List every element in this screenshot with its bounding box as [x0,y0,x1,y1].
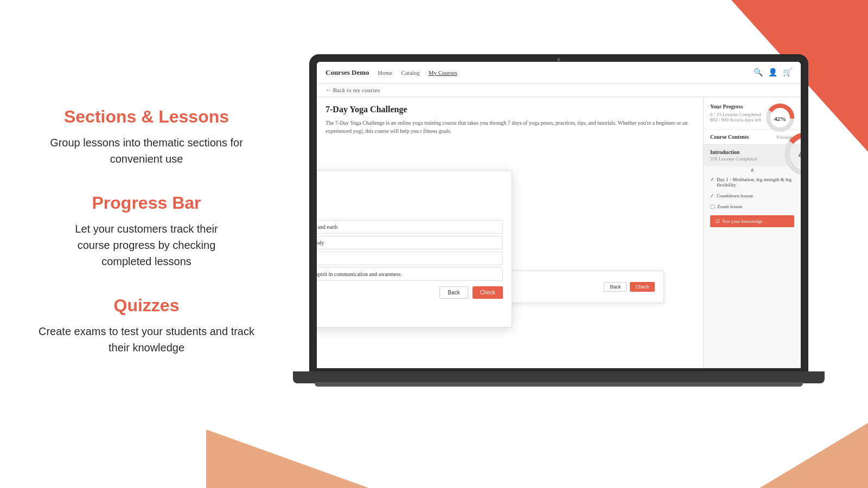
course-title: 7-Day Yoga Challenge [326,105,694,114]
option-2-text: The union mind, soul, and body [317,240,324,246]
laptop-frame: Courses Demo Home Catalog My Courses 🔍 👤… [309,54,808,374]
progress-section: Your Progress 6 / 15 Lessons Completed 8… [704,97,801,130]
user-icon[interactable]: 👤 [768,68,777,77]
lesson-1-check: ✓ [710,177,714,182]
course-main: 7-Day Yoga Challenge The 7-Day Yoga Chal… [317,97,703,368]
nav-link-mycourses[interactable]: My Courses [429,69,457,76]
quiz-behind-buttons: Back Check [604,282,655,292]
quiz-option-2[interactable]: The union mind, soul, and body [317,236,503,249]
quiz-sidebar-label: Test your knowledge [722,219,763,224]
nav-icons: 🔍 👤 🛒 [754,68,792,77]
laptop-base [293,371,825,383]
lesson-3-radio [710,204,715,209]
lesson-2-text: Countdown lesson [717,193,753,198]
quiz-action-buttons: Back Check [317,286,503,299]
progress-bar-desc: Let your customers track theircourse pro… [33,221,260,269]
browser-ui: Courses Demo Home Catalog My Courses 🔍 👤… [317,62,801,368]
lesson-item-2[interactable]: ✓ Countdown lesson [704,190,801,201]
progress-donut-large: 42% [782,130,801,181]
nav-brand: Courses Demo [326,68,369,77]
quizzes-title: Quizzes [33,296,260,316]
laptop-screen: Courses Demo Home Catalog My Courses 🔍 👤… [317,62,801,368]
back-link[interactable]: ← Back to my courses [317,84,801,97]
quiz-check-button[interactable]: Check [473,286,503,299]
progress-bar-title: Progress Bar [33,193,260,213]
lesson-item-3[interactable]: Zoom lesson [704,201,801,212]
camera-dot [557,58,560,61]
nav-links: Home Catalog My Courses [378,69,745,76]
lesson-2-check: ✓ [710,193,714,198]
quiz-behind-check[interactable]: Check [630,282,655,292]
option-4-text: The union of mind, body & spirit in comm… [317,271,401,277]
quizzes-desc: Create exams to test your students and t… [33,323,260,356]
quiz-option-4[interactable]: The union of mind, body & spirit in comm… [317,267,503,281]
quiz-modal: Quiz Test your yoga knowledge Question 1… [317,170,512,328]
nav-link-home[interactable]: Home [378,69,393,76]
option-1-text: The union of the sun, moon, and earth [317,224,337,230]
feature-progress-bar: Progress Bar Let your customers track th… [33,193,260,269]
course-sidebar: Your Progress 6 / 15 Lessons Completed 8… [703,97,801,368]
left-panel: Sections & Lessons Group lessons into th… [0,0,293,488]
question-text: The term Yoga is said to mean: [317,209,503,215]
quiz-option-1[interactable]: The union of the sun, moon, and earth [317,220,503,234]
search-icon[interactable]: 🔍 [754,68,763,77]
question-label: Question 1: [317,202,503,208]
sections-lessons-desc: Group lessons into thematic sections for… [33,134,260,167]
quiz-label: Quiz [317,179,503,185]
quiz-back-button[interactable]: Back [439,286,468,299]
laptop-mockup: Courses Demo Home Catalog My Courses 🔍 👤… [309,54,830,445]
nav-link-catalog[interactable]: Catalog [401,69,419,76]
course-desc-end: r fitness goals. [420,128,451,134]
donut-percent: 42% [774,115,786,122]
feature-sections-lessons: Sections & Lessons Group lessons into th… [33,107,260,167]
cart-icon[interactable]: 🛒 [783,68,792,77]
quiz-option-3[interactable]: The peace of mind and soul [317,252,503,265]
feature-quizzes: Quizzes Create exams to test your studen… [33,296,260,356]
large-donut-svg [782,130,801,178]
quiz-behind-back[interactable]: Back [604,282,627,292]
laptop-base-bottom [315,382,803,387]
contents-title: Course Contents [710,134,749,140]
course-content-area: 7-Day Yoga Challenge The 7-Day Yoga Chal… [317,97,801,368]
course-description: The 7-Day Yoga Challenge is an online yo… [326,119,694,135]
quiz-modal-title: Test your yoga knowledge [317,188,503,196]
lesson-3-text: Zoom lesson [717,204,742,209]
sections-lessons-title: Sections & Lessons [33,107,260,127]
quiz-sidebar-item[interactable]: ☑ Test your knowledge [710,215,794,227]
browser-navbar: Courses Demo Home Catalog My Courses 🔍 👤… [317,62,801,84]
quiz-checkbox-icon: ☑ [716,219,720,224]
large-donut-percent: 42% [799,151,801,159]
